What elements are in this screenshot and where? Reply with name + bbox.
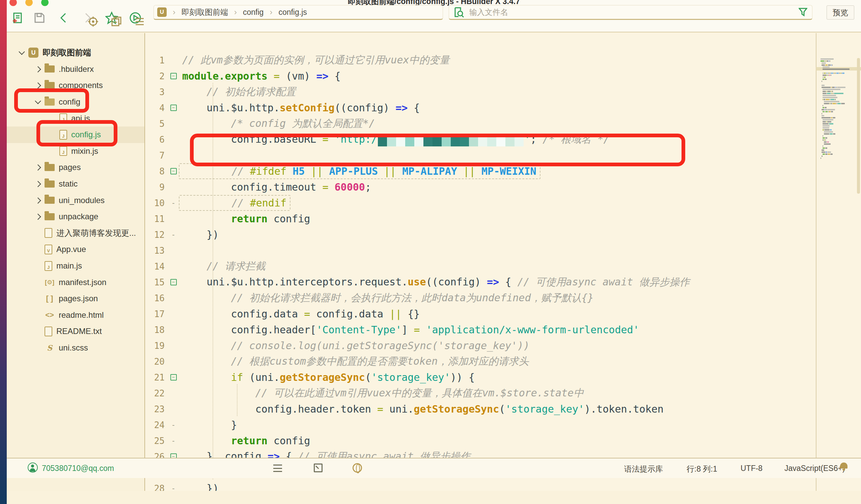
tree-item-label: 即刻取图前端	[42, 47, 91, 58]
vue-file-icon: V	[44, 245, 52, 254]
code-text: // 初始化请求配置	[178, 85, 296, 99]
collapse-panels-icon[interactable]	[111, 16, 122, 27]
code-line-3[interactable]: 3 // 初始化请求配置	[145, 84, 861, 100]
code-line-2[interactable]: 2−module.exports = (vm) => {	[145, 68, 861, 84]
sidebar-item-readme.txt[interactable]: README.txt	[7, 323, 145, 340]
minimap[interactable]	[821, 58, 856, 159]
code-line-12[interactable]: 12- })	[145, 227, 861, 243]
line-number: 28	[145, 483, 169, 491]
chevron-right-icon[interactable]	[33, 213, 44, 220]
tree-item-label: mixin.js	[71, 146, 98, 156]
sidebar-item-uni.scss[interactable]: Suni.scss	[7, 340, 145, 356]
sidebar-item-static[interactable]: static	[7, 176, 145, 192]
sidebar-item-pages[interactable]: pages	[7, 159, 145, 176]
tree-item-label: .hbuilderx	[59, 65, 94, 74]
console-icon[interactable]	[314, 464, 323, 472]
code-line-15[interactable]: 15− uni.$u.http.interceptors.request.use…	[145, 274, 861, 290]
code-line-25[interactable]: 25- return config	[145, 433, 861, 449]
code-line-10[interactable]: 10- // #endif	[145, 195, 861, 211]
code-line-14[interactable]: 14 // 请求拦截	[145, 258, 861, 274]
sidebar-item-unpackage[interactable]: unpackage	[7, 208, 145, 225]
file-search-box[interactable]	[449, 5, 812, 20]
sidebar-item-manifest.json[interactable]: [⚙]manifest.json	[7, 274, 145, 290]
code-line-23[interactable]: 23 config.header.token = uni.getStorageS…	[145, 401, 861, 417]
folder-icon	[44, 180, 55, 188]
preview-button[interactable]: 预览	[826, 5, 854, 19]
chevron-right-icon[interactable]	[33, 164, 44, 171]
sidebar-item-即刻取图前端[interactable]: U即刻取图前端	[7, 44, 145, 61]
sidebar-item-readme.html[interactable]: <>readme.html	[7, 307, 145, 324]
syntax-hint-lib[interactable]: 语法提示库	[624, 464, 663, 474]
code-line-28[interactable]: 28- })	[145, 480, 861, 491]
fold-end-icon: -	[172, 484, 175, 491]
gutter: -	[169, 437, 178, 445]
code-line-16[interactable]: 16 // 初始化请求拦截器时，会执行此方法，此时data为undefined，…	[145, 290, 861, 306]
globe-icon[interactable]	[353, 463, 362, 473]
code-line-22[interactable]: 22 // 可以在此通过vm引用vuex中的变量，具体值在vm.$store.s…	[145, 385, 861, 401]
code-line-9[interactable]: 9 config.timeout = 60000;	[145, 179, 861, 195]
breadcrumb-file[interactable]: config.js	[278, 8, 307, 17]
language-mode[interactable]: JavaScript(ES6+)	[784, 464, 845, 473]
code-line-1[interactable]: 1// 此vm参数为页面的实例，可以通过它引用vuex中的变量	[145, 52, 861, 68]
search-input[interactable]	[469, 8, 798, 17]
line-number: 1	[145, 55, 169, 66]
code-line-21[interactable]: 21− if (uni.getStorageSync('storage_key'…	[145, 369, 861, 385]
code-line-24[interactable]: 24- }	[145, 417, 861, 433]
gutter: −	[169, 105, 178, 111]
gutter: −	[169, 73, 178, 79]
breadcrumb-separator: ›	[270, 8, 272, 17]
chevron-right-icon[interactable]	[33, 66, 44, 72]
code-text: config.data = config.data || {}	[178, 308, 420, 320]
encoding[interactable]: UTF-8	[740, 464, 763, 473]
locate-file-icon[interactable]	[88, 16, 98, 27]
code-line-5[interactable]: 5 /* config 为默认全局配置*/	[145, 116, 861, 132]
menu-icon[interactable]	[134, 16, 145, 27]
sidebar-item-app.vue[interactable]: VApp.vue	[7, 241, 145, 258]
vertical-scrollbar[interactable]	[857, 58, 860, 194]
folder-icon	[44, 197, 55, 204]
app-window: 即刻取图前端/config/config.js - HBuilder X 3.4…	[7, 0, 861, 504]
new-file-button[interactable]	[11, 12, 24, 24]
search-icon	[454, 6, 465, 18]
breadcrumb-separator: ›	[234, 8, 237, 17]
line-number: 21	[145, 372, 169, 383]
outline-list-icon[interactable]	[273, 464, 282, 472]
sidebar-item-pages.json[interactable]: [ ]pages.json	[7, 290, 145, 307]
code-line-19[interactable]: 19 // console.log(uni.getStorageSync('st…	[145, 338, 861, 354]
sidebar-item-进入聚萌博客发现更...[interactable]: 进入聚萌博客发现更...	[7, 225, 145, 242]
code-line-20[interactable]: 20 // 根据custom参数中配置的是否需要token，添加对应的请求头	[145, 354, 861, 369]
code-editor[interactable]: 1// 此vm参数为页面的实例，可以通过它引用vuex中的变量2−module.…	[145, 33, 861, 491]
line-number: 20	[145, 357, 169, 367]
sidebar-item-uni_modules[interactable]: uni_modules	[7, 192, 145, 208]
breadcrumb-project[interactable]: 即刻取图前端	[181, 7, 228, 17]
fold-collapse-icon[interactable]: −	[170, 374, 177, 381]
fold-collapse-icon[interactable]: −	[170, 73, 177, 79]
sidebar-item-main.js[interactable]: Jmain.js	[7, 258, 145, 274]
fold-collapse-icon[interactable]: −	[170, 105, 177, 111]
fold-collapse-icon[interactable]: −	[170, 279, 177, 285]
notifications-bell-icon[interactable]	[840, 463, 848, 468]
chevron-down-icon[interactable]	[17, 49, 28, 56]
code-text: })	[178, 482, 219, 491]
cursor-position[interactable]: 行:8 列:1	[686, 464, 717, 474]
code-text: uni.$u.http.setConfig((config) => {	[178, 102, 420, 114]
sidebar-item-.hbuilderx[interactable]: .hbuilderx	[7, 61, 145, 78]
code-line-18[interactable]: 18 config.header['Content-Type'] = 'appl…	[145, 322, 861, 338]
filter-icon[interactable]	[798, 8, 807, 17]
chevron-right-icon[interactable]	[33, 180, 44, 187]
chevron-right-icon[interactable]	[33, 197, 44, 204]
chevron-right-icon[interactable]	[33, 82, 44, 89]
code-text: // 初始化请求拦截器时，会执行此方法，此时data为undefined，赋予默…	[178, 291, 594, 305]
save-button[interactable]	[33, 12, 46, 24]
fold-collapse-icon[interactable]: −	[170, 168, 177, 174]
code-line-13[interactable]: 13	[145, 243, 861, 258]
code-line-11[interactable]: 11 return config	[145, 211, 861, 227]
code-line-4[interactable]: 4− uni.$u.http.setConfig((config) => {	[145, 100, 861, 116]
code-line-17[interactable]: 17 config.data = config.data || {}	[145, 306, 861, 322]
back-button[interactable]	[57, 12, 70, 24]
account-email[interactable]: 705380710@qq.com	[42, 464, 114, 473]
conditional-compile-box: // #endif	[179, 195, 290, 211]
breadcrumb-folder[interactable]: config	[243, 8, 263, 17]
tree-item-label: pages.json	[59, 294, 98, 303]
folder-icon	[44, 82, 55, 89]
